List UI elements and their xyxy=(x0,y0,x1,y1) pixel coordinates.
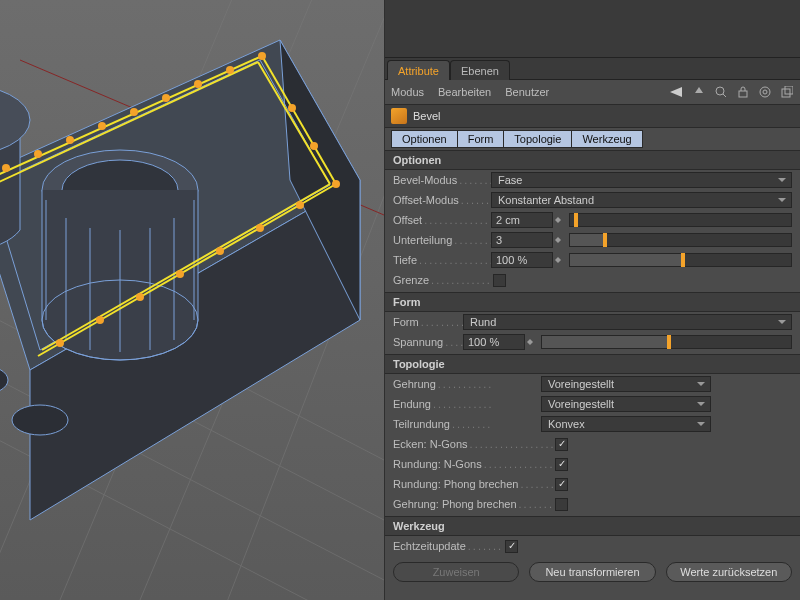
label-rundung-phong: Rundung: Phong brechen xyxy=(393,478,520,490)
panel-menubar: Modus Bearbeiten Benutzer xyxy=(385,80,800,104)
nav-back-icon[interactable] xyxy=(670,85,684,99)
field-tiefe[interactable]: 100 % xyxy=(491,252,553,268)
label-grenze: Grenze xyxy=(393,274,431,286)
svg-point-50 xyxy=(760,87,770,97)
svg-point-26 xyxy=(258,52,266,60)
svg-point-24 xyxy=(12,405,68,435)
svg-rect-52 xyxy=(782,89,790,97)
tab-attribute[interactable]: Attribute xyxy=(387,60,450,80)
checkbox-gehrung-phong[interactable] xyxy=(555,498,568,511)
dropdown-gehrung[interactable]: Voreingestellt xyxy=(541,376,711,392)
tool-subtabs: Optionen Form Topologie Werkzeug xyxy=(385,128,800,148)
svg-point-36 xyxy=(310,142,318,150)
button-neu-transformieren[interactable]: Neu transformieren xyxy=(529,562,655,582)
menu-bearbeiten[interactable]: Bearbeiten xyxy=(438,86,491,98)
viewport-3d[interactable] xyxy=(0,0,384,600)
field-unterteilung[interactable]: 3 xyxy=(491,232,553,248)
bevel-tool-icon xyxy=(391,108,407,124)
svg-point-33 xyxy=(34,150,42,158)
panel-top-gap xyxy=(385,0,800,58)
svg-point-28 xyxy=(194,80,202,88)
label-offset-modus: Offset-Modus xyxy=(393,194,461,206)
spinner-tiefe[interactable] xyxy=(555,252,565,268)
svg-point-42 xyxy=(136,293,144,301)
subtab-optionen[interactable]: Optionen xyxy=(391,130,458,148)
svg-marker-46 xyxy=(695,87,703,93)
label-ecken-ngons: Ecken: N-Gons xyxy=(393,438,470,450)
svg-point-47 xyxy=(716,87,724,95)
checkbox-echtzeit[interactable] xyxy=(505,540,518,553)
svg-point-37 xyxy=(288,104,296,112)
new-window-icon[interactable] xyxy=(780,85,794,99)
tool-header: Bevel xyxy=(385,104,800,128)
menu-benutzer[interactable]: Benutzer xyxy=(505,86,549,98)
svg-point-30 xyxy=(130,108,138,116)
checkbox-rundung-ngons[interactable] xyxy=(555,458,568,471)
label-gehrung: Gehrung xyxy=(393,378,438,390)
section-optionen: Optionen xyxy=(385,150,800,170)
dropdown-teilrundung[interactable]: Konvex xyxy=(541,416,711,432)
menu-modus[interactable]: Modus xyxy=(391,86,424,98)
search-icon[interactable] xyxy=(714,85,728,99)
svg-point-38 xyxy=(296,201,304,209)
subtab-werkzeug[interactable]: Werkzeug xyxy=(572,130,642,148)
svg-point-39 xyxy=(256,224,264,232)
button-werte-zuruecksetzen[interactable]: Werte zurücksetzen xyxy=(666,562,792,582)
lock-icon[interactable] xyxy=(736,85,750,99)
spinner-unterteilung[interactable] xyxy=(555,232,565,248)
svg-point-29 xyxy=(162,94,170,102)
section-werkzeug: Werkzeug xyxy=(385,516,800,536)
svg-marker-45 xyxy=(670,87,682,97)
slider-tiefe[interactable] xyxy=(569,253,792,267)
checkbox-grenze[interactable] xyxy=(493,274,506,287)
slider-offset[interactable] xyxy=(569,213,792,227)
slider-unterteilung[interactable] xyxy=(569,233,792,247)
label-teilrundung: Teilrundung xyxy=(393,418,452,430)
subtab-topologie[interactable]: Topologie xyxy=(504,130,572,148)
svg-point-41 xyxy=(176,270,184,278)
label-echtzeit: Echtzeitupdate xyxy=(393,540,468,552)
nav-up-icon[interactable] xyxy=(692,85,706,99)
svg-rect-49 xyxy=(739,91,747,97)
spinner-spannung[interactable] xyxy=(527,334,537,350)
spinner-offset[interactable] xyxy=(555,212,565,228)
button-zuweisen: Zuweisen xyxy=(393,562,519,582)
section-topologie: Topologie xyxy=(385,354,800,374)
dropdown-offset-modus[interactable]: Konstanter Abstand xyxy=(491,192,792,208)
field-spannung[interactable]: 100 % xyxy=(463,334,525,350)
svg-point-32 xyxy=(66,136,74,144)
checkbox-ecken-ngons[interactable] xyxy=(555,438,568,451)
svg-point-34 xyxy=(2,164,10,172)
section-form: Form xyxy=(385,292,800,312)
svg-rect-53 xyxy=(785,86,793,94)
svg-point-25 xyxy=(0,365,8,395)
subtab-form[interactable]: Form xyxy=(458,130,505,148)
dropdown-endung[interactable]: Voreingestellt xyxy=(541,396,711,412)
svg-point-43 xyxy=(96,316,104,324)
label-spannung: Spannung xyxy=(393,336,445,348)
svg-point-31 xyxy=(98,122,106,130)
tool-name: Bevel xyxy=(413,110,441,122)
svg-point-27 xyxy=(226,66,234,74)
checkbox-rundung-phong[interactable] xyxy=(555,478,568,491)
dropdown-bevel-modus[interactable]: Fase xyxy=(491,172,792,188)
label-tiefe: Tiefe xyxy=(393,254,419,266)
label-offset: Offset xyxy=(393,214,424,226)
label-rundung-ngons: Rundung: N-Gons xyxy=(393,458,484,470)
target-icon[interactable] xyxy=(758,85,772,99)
tab-ebenen[interactable]: Ebenen xyxy=(450,60,510,80)
svg-point-35 xyxy=(332,180,340,188)
svg-point-44 xyxy=(56,339,64,347)
label-form: Form xyxy=(393,316,421,328)
svg-point-51 xyxy=(763,90,767,94)
panel-main-tabs: Attribute Ebenen xyxy=(385,58,800,80)
viewport-canvas xyxy=(0,0,384,600)
svg-line-48 xyxy=(723,94,726,97)
label-bevel-modus: Bevel-Modus xyxy=(393,174,459,186)
dropdown-form[interactable]: Rund xyxy=(463,314,792,330)
label-endung: Endung xyxy=(393,398,433,410)
label-gehrung-phong: Gehrung: Phong brechen xyxy=(393,498,519,510)
slider-spannung[interactable] xyxy=(541,335,792,349)
field-offset[interactable]: 2 cm xyxy=(491,212,553,228)
svg-point-40 xyxy=(216,247,224,255)
